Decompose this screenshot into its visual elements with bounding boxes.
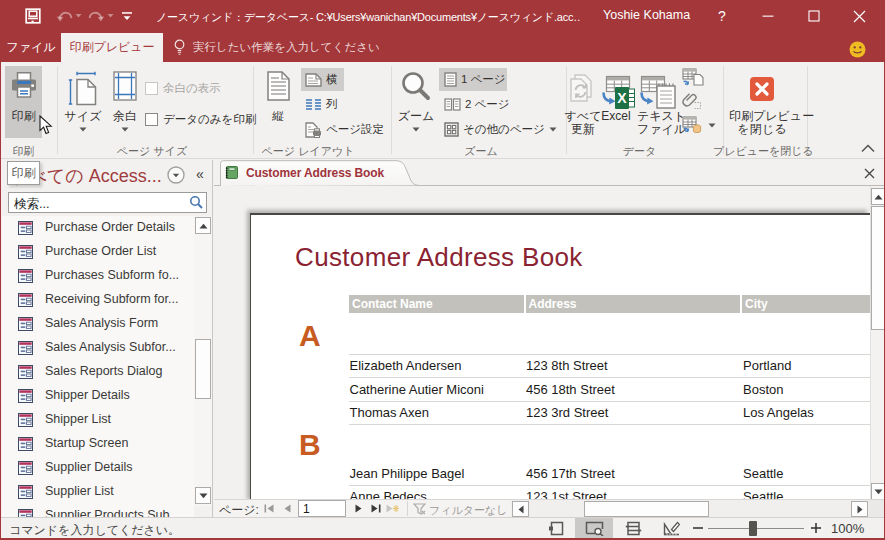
show-margins-checkbox[interactable]: 余白の表示 — [145, 81, 221, 96]
nav-list-item[interactable]: Supplier List — [2, 480, 194, 504]
zoom-percentage[interactable]: 100% — [831, 521, 864, 536]
nav-list-item[interactable]: Purchases Subform fo... — [2, 264, 194, 288]
nav-list-item[interactable]: Shipper Details — [2, 384, 194, 408]
dropdown-caret-icon — [708, 123, 716, 128]
horizontal-scrollbar-thumb[interactable] — [584, 501, 709, 517]
search-placeholder: 検索... — [14, 196, 49, 213]
page-setup-button[interactable]: ページ設定 — [301, 118, 385, 141]
column-header-city: City — [742, 295, 870, 313]
portrait-button[interactable]: 縦 — [259, 66, 297, 138]
first-page-button[interactable] — [260, 501, 277, 516]
email-attach-button[interactable] — [682, 92, 708, 114]
redo-icon[interactable] — [88, 8, 105, 24]
report-view-button[interactable] — [537, 518, 575, 539]
margins-button[interactable]: 余白 — [106, 66, 144, 138]
search-icon[interactable] — [189, 195, 203, 209]
undo-caret-icon[interactable] — [75, 13, 82, 18]
account-user-name[interactable]: Yoshie Kohama — [603, 8, 690, 22]
redo-caret-icon[interactable] — [107, 13, 114, 18]
zoom-in-icon[interactable] — [809, 521, 823, 535]
print-preview-canvas[interactable]: Customer Address Book Contact Name Addre… — [214, 186, 870, 499]
row-separator — [349, 424, 870, 425]
nav-list-item[interactable]: Purchase Order List — [2, 240, 194, 264]
preview-vertical-scrollbar[interactable] — [870, 186, 885, 502]
mouse-cursor — [39, 115, 53, 135]
scroll-left-icon[interactable] — [512, 501, 529, 517]
zoom-slider-thumb[interactable] — [749, 521, 757, 536]
current-page-input[interactable]: 1 — [298, 500, 346, 517]
undo-icon[interactable] — [56, 8, 73, 24]
ribbon: 印刷 印刷 サイズ 余白 余白の表示 — [1, 62, 885, 159]
design-view-button[interactable] — [652, 518, 690, 539]
search-box[interactable]: 検索... — [8, 192, 207, 213]
report-icon — [225, 166, 238, 179]
vertical-scrollbar-thumb[interactable] — [871, 206, 885, 330]
nav-list-item[interactable]: Shipper List — [2, 408, 194, 432]
text-file-icon — [640, 75, 678, 109]
save-icon[interactable] — [25, 8, 41, 24]
nav-list-item[interactable]: Sales Analysis Form — [2, 312, 194, 336]
preview-horizontal-scrollbar[interactable] — [511, 500, 869, 518]
zoom-out-icon[interactable] — [691, 521, 705, 535]
previous-page-button[interactable] — [279, 501, 296, 516]
scroll-up-icon[interactable] — [871, 188, 885, 205]
page-size-button[interactable]: サイズ — [60, 66, 106, 138]
report-cell: Los Angelas — [743, 405, 814, 420]
last-page-button[interactable] — [367, 501, 384, 516]
nav-pane-menu-icon[interactable] — [167, 166, 185, 184]
scroll-right-icon[interactable] — [851, 501, 868, 517]
shutter-bar-close-icon[interactable]: « — [191, 164, 209, 184]
print-data-only-checkbox[interactable]: データのみを印刷 — [145, 112, 256, 127]
two-pages-button[interactable]: 2 ページ — [439, 93, 507, 116]
filter-status[interactable]: フィルターなし — [429, 503, 508, 518]
close-document-icon[interactable] — [859, 163, 879, 183]
scroll-up-icon[interactable] — [195, 217, 211, 234]
tab-file[interactable]: ファイル — [6, 32, 56, 62]
export-excel-button[interactable]: X Excel — [601, 66, 631, 138]
form-icon — [18, 389, 33, 403]
nav-list-item[interactable]: Supplier Products Sub... — [2, 504, 194, 517]
report-cell: Catherine Autier Miconi — [350, 382, 484, 397]
nav-list-item[interactable]: Purchase Order Details — [2, 216, 194, 240]
tab-print-preview[interactable]: 印刷プレビュー — [61, 33, 163, 62]
button-label: その他のページ — [463, 122, 545, 137]
more-pages-button[interactable]: その他のページ — [439, 118, 543, 141]
nav-list-item[interactable]: Supplier Details — [2, 456, 194, 480]
one-page-button[interactable]: 1 ページ — [439, 68, 507, 91]
minimize-button[interactable] — [751, 0, 785, 32]
feedback-smiley-icon[interactable] — [849, 41, 866, 58]
export-pdf-button[interactable] — [682, 68, 708, 90]
print-button[interactable]: 印刷 — [5, 66, 42, 138]
scroll-down-icon[interactable] — [195, 487, 211, 504]
maximize-button[interactable] — [797, 0, 831, 32]
refresh-all-button[interactable]: すべて更新 — [563, 66, 603, 138]
more-export-button[interactable] — [682, 116, 716, 138]
nav-list-item[interactable]: Startup Screen — [2, 432, 194, 456]
close-print-preview-button[interactable]: 印刷プレビューを閉じる — [729, 66, 795, 138]
qat-customize-icon[interactable] — [121, 10, 133, 22]
print-preview-view-icon — [585, 521, 604, 536]
nav-item-label: Sales Analysis Subfor... — [45, 340, 176, 354]
status-message: コマンドを入力してください。 — [9, 522, 180, 539]
nav-scrollbar[interactable] — [194, 216, 212, 506]
next-page-button[interactable] — [350, 501, 367, 516]
columns-button[interactable]: 列 — [301, 93, 344, 116]
help-button[interactable]: ? — [711, 0, 733, 32]
landscape-button[interactable]: 横 — [301, 68, 344, 91]
scroll-down-icon[interactable] — [871, 483, 885, 500]
print-preview-view-button[interactable] — [575, 518, 613, 539]
layout-view-button[interactable] — [614, 518, 652, 539]
export-text-file-button[interactable]: テキストファイル — [637, 66, 681, 138]
nav-list-item[interactable]: Receiving Subform for... — [2, 288, 194, 312]
zoom-button[interactable]: ズーム — [395, 66, 437, 138]
nav-list-item[interactable]: Sales Analysis Subfor... — [2, 336, 194, 360]
new-page-button[interactable] — [384, 501, 401, 516]
nav-scrollbar-thumb[interactable] — [195, 339, 211, 399]
close-button[interactable] — [842, 0, 876, 32]
collapse-ribbon-icon[interactable] — [860, 143, 876, 154]
document-tab[interactable]: Customer Address Book — [220, 160, 419, 186]
tell-me-box[interactable]: 実行したい作業を入力してください — [173, 32, 380, 62]
button-label: ページ設定 — [326, 122, 384, 137]
navigation-pane: すべての Access... « 検索... Purchase Order De — [2, 160, 213, 517]
nav-list-item[interactable]: Sales Reports Dialog — [2, 360, 194, 384]
